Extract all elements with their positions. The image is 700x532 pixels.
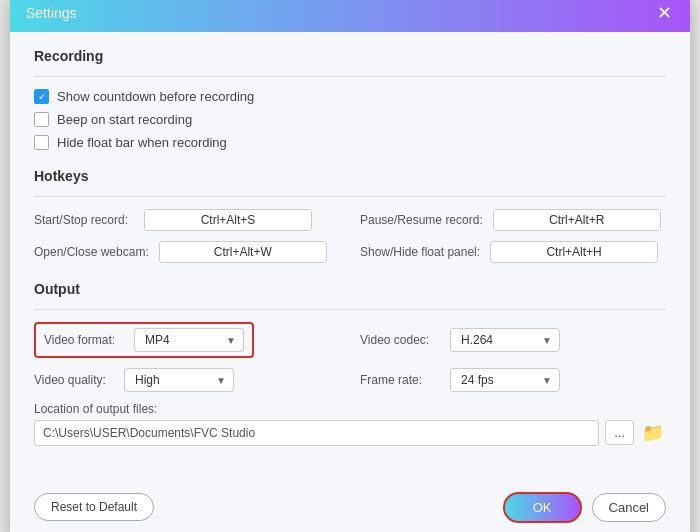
close-button[interactable]: ✕ — [655, 4, 674, 22]
frame-rate-select-wrapper: 24 fps 30 fps 60 fps ▼ — [450, 368, 560, 392]
frame-rate-label: Frame rate: — [360, 373, 440, 387]
video-format-select-wrapper: MP4 MOV AVI WMV ▼ — [134, 328, 244, 352]
checkbox-beep-label: Beep on start recording — [57, 112, 192, 127]
hotkey-input-webcam[interactable] — [159, 241, 327, 263]
video-quality-select[interactable]: High Medium Low — [124, 368, 234, 392]
video-codec-select-wrapper: H.264 H.265 ▼ — [450, 328, 560, 352]
recording-section: Recording Show countdown before recordin… — [34, 48, 666, 150]
hotkey-row-start-stop: Start/Stop record: — [34, 209, 340, 231]
title-bar: Settings ✕ — [10, 0, 690, 32]
output-grid: Video format: MP4 MOV AVI WMV ▼ — [34, 322, 666, 392]
hotkeys-title: Hotkeys — [34, 168, 666, 184]
output-title: Output — [34, 281, 666, 297]
hotkey-row-float-panel: Show/Hide float panel: — [360, 241, 666, 263]
location-input-row: ... 📁 — [34, 420, 666, 446]
location-row: Location of output files: ... 📁 — [34, 402, 666, 446]
checkbox-floatbar[interactable] — [34, 135, 49, 150]
hotkey-label-start-stop: Start/Stop record: — [34, 213, 134, 227]
location-input[interactable] — [34, 420, 599, 446]
hotkey-row-webcam: Open/Close webcam: — [34, 241, 340, 263]
checkbox-row-floatbar: Hide float bar when recording — [34, 135, 666, 150]
hotkey-label-pause-resume: Pause/Resume record: — [360, 213, 483, 227]
video-quality-select-wrapper: High Medium Low ▼ — [124, 368, 234, 392]
hotkey-label-float-panel: Show/Hide float panel: — [360, 245, 480, 259]
dialog-title: Settings — [26, 5, 77, 21]
browse-dots-button[interactable]: ... — [605, 420, 634, 445]
output-row-video-quality: Video quality: High Medium Low ▼ — [34, 368, 340, 392]
location-label: Location of output files: — [34, 402, 666, 416]
output-row-video-codec: Video codec: H.264 H.265 ▼ — [360, 322, 666, 358]
ok-button[interactable]: OK — [503, 492, 582, 523]
output-row-frame-rate: Frame rate: 24 fps 30 fps 60 fps ▼ — [360, 368, 666, 392]
frame-rate-select[interactable]: 24 fps 30 fps 60 fps — [450, 368, 560, 392]
video-format-label: Video format: — [44, 333, 124, 347]
checkbox-countdown[interactable] — [34, 89, 49, 104]
video-format-select[interactable]: MP4 MOV AVI WMV — [134, 328, 244, 352]
content-area: Recording Show countdown before recordin… — [10, 32, 690, 480]
folder-button[interactable]: 📁 — [640, 420, 666, 446]
checkbox-row-beep: Beep on start recording — [34, 112, 666, 127]
output-row-video-format: Video format: MP4 MOV AVI WMV ▼ — [34, 322, 340, 358]
hotkey-label-webcam: Open/Close webcam: — [34, 245, 149, 259]
recording-title: Recording — [34, 48, 666, 64]
video-codec-label: Video codec: — [360, 333, 440, 347]
cancel-button[interactable]: Cancel — [592, 493, 666, 522]
hotkey-input-pause-resume[interactable] — [493, 209, 661, 231]
settings-dialog: Settings ✕ Recording Show countdown befo… — [10, 0, 690, 532]
output-section: Output Video format: MP4 MOV AVI WMV — [34, 281, 666, 446]
hotkeys-grid: Start/Stop record: Pause/Resume record: … — [34, 209, 666, 263]
video-quality-label: Video quality: — [34, 373, 114, 387]
checkbox-row-countdown: Show countdown before recording — [34, 89, 666, 104]
hotkeys-section: Hotkeys Start/Stop record: Pause/Resume … — [34, 168, 666, 263]
hotkey-input-float-panel[interactable] — [490, 241, 658, 263]
checkbox-floatbar-label: Hide float bar when recording — [57, 135, 227, 150]
checkbox-countdown-label: Show countdown before recording — [57, 89, 254, 104]
hotkey-row-pause-resume: Pause/Resume record: — [360, 209, 666, 231]
checkbox-beep[interactable] — [34, 112, 49, 127]
video-codec-select[interactable]: H.264 H.265 — [450, 328, 560, 352]
video-format-highlight: Video format: MP4 MOV AVI WMV ▼ — [34, 322, 254, 358]
reset-button[interactable]: Reset to Default — [34, 493, 154, 521]
footer-right: OK Cancel — [503, 492, 666, 523]
hotkey-input-start-stop[interactable] — [144, 209, 312, 231]
footer: Reset to Default OK Cancel — [10, 480, 690, 533]
